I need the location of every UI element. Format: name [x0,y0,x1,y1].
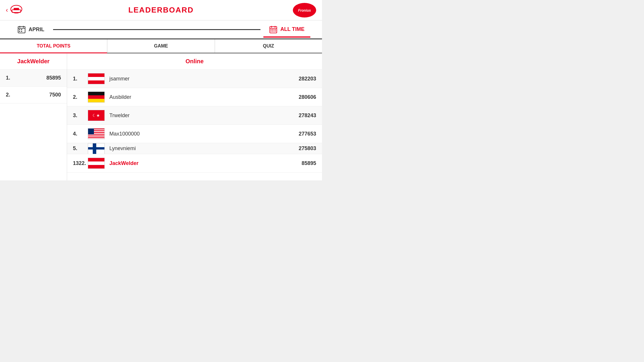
entry-username: jsammer [109,76,294,82]
tab-quiz[interactable]: QUIZ [215,39,322,53]
table-row-highlight: 1322. JackWelder 85895 [67,154,322,173]
entry-username-highlight: JackWelder [109,160,297,166]
tab-all-time[interactable]: ALL TIME [263,22,310,38]
entry-score: 277653 [299,131,316,137]
entry-score: 85895 [302,160,316,166]
helmet-icon [10,3,23,17]
entry-username: Max1000000 [109,131,294,137]
entry-rank: 3. [73,113,83,119]
table-row: 3. Trwelder 278243 [67,106,322,125]
table-row: 4. Max1000000 277653 [67,125,322,143]
tab-all-time-label: ALL TIME [280,26,304,32]
svg-rect-9 [19,29,20,30]
calendar-icon [18,25,26,34]
svg-rect-2 [14,8,19,10]
tab-game-label: GAME [154,43,168,48]
svg-rect-10 [21,29,22,30]
entry-rank: 4. [73,131,83,137]
search-bar-container: 🔍 [0,180,322,181]
entry-score: 282203 [299,76,316,82]
entry-username: Trwelder [109,113,294,119]
entry-rank: 5. [73,145,83,152]
flag-turkey [88,110,105,121]
tab-april[interactable]: APRIL [12,22,50,36]
period-tabs: APRIL ALL TIME [0,20,322,39]
fronius-logo: Fronius [293,3,316,17]
header: ‹ LEADERBOARD Fronius [0,0,322,20]
flag-austria [88,73,105,84]
right-panel-title: Online [67,53,322,70]
flag-usa [88,128,105,139]
svg-rect-24 [275,31,276,31]
logo-text: Fronius [293,3,316,17]
period-divider [53,29,260,30]
tab-total-points-label: TOTAL POINTS [37,43,71,48]
category-tabs: TOTAL POINTS GAME QUIZ [0,39,322,53]
entry-username: Ausbilder [109,94,294,100]
flag-austria [88,158,105,169]
entry-username: Lynevniemi [109,145,294,152]
entry-score: 280606 [299,94,316,100]
tab-april-label: APRIL [29,27,44,33]
list-item: 2. 7500 [0,87,67,103]
back-arrow-icon: ‹ [6,6,8,14]
list-item: 1. 85895 [0,70,67,87]
table-row: 1. jsammer 282203 [67,70,322,88]
back-button[interactable]: ‹ [6,3,23,17]
entry-rank: 2. [6,92,16,98]
svg-rect-20 [275,29,276,30]
main-content: JackWelder 1. 85895 2. 7500 Online 1. js… [0,53,322,180]
svg-text:Fronius: Fronius [298,8,311,12]
table-row: 2. Ausbilder 280606 [67,88,322,106]
svg-rect-12 [21,31,22,32]
entry-score: 278243 [299,113,316,119]
page-title: LEADERBOARD [128,6,194,15]
svg-rect-17 [271,29,272,30]
entry-rank: 1. [6,75,16,81]
svg-rect-23 [274,31,274,31]
entry-score: 275803 [299,145,316,152]
entry-score: 7500 [49,92,61,98]
tab-total-points[interactable]: TOTAL POINTS [0,39,107,53]
flag-germany [88,92,105,103]
flag-finland [88,143,105,154]
svg-rect-18 [272,29,273,30]
entry-rank: 2. [73,94,83,100]
right-panel: Online 1. jsammer 282203 2. Ausbilder 28… [67,53,322,180]
entry-rank: 1322. [73,160,83,166]
left-panel: JackWelder 1. 85895 2. 7500 [0,53,67,180]
svg-rect-21 [271,31,272,31]
left-panel-title: JackWelder [0,53,67,70]
svg-rect-19 [274,29,274,30]
table-row: 5. Lynevniemi 275803 [67,143,322,154]
entry-rank: 1. [73,76,83,82]
entry-score: 85895 [46,75,61,81]
tab-game[interactable]: GAME [107,39,215,53]
calendar-full-icon [269,25,277,34]
svg-rect-22 [272,31,273,31]
tab-quiz-label: QUIZ [263,43,274,48]
svg-rect-11 [19,31,20,32]
